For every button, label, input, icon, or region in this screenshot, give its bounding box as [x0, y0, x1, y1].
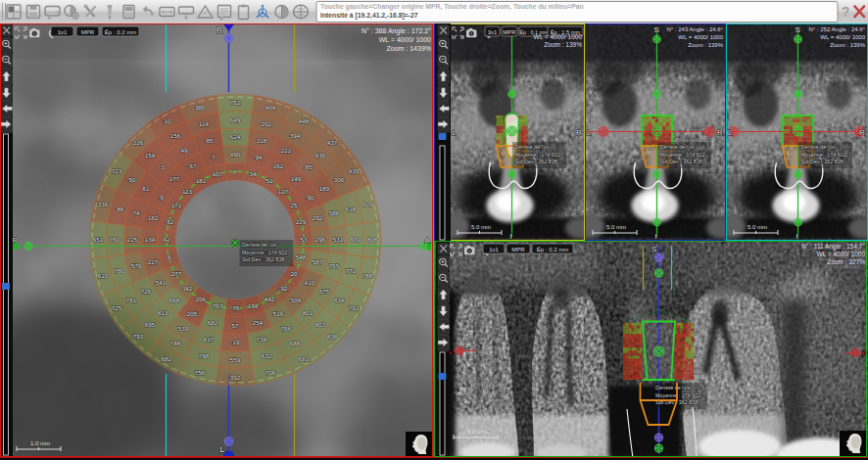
svg-text:?: ?: [842, 4, 850, 20]
svg-text:Touche gauche=Changer origine: Touche gauche=Changer origine MPR, Touch…: [320, 3, 584, 11]
svg-text:Intensité à [19.2,41.2,-16.8]=: Intensité à [19.2,41.2,-16.8]=-27: [320, 12, 418, 20]
svg-text:DICOM: DICOM: [45, 10, 60, 15]
